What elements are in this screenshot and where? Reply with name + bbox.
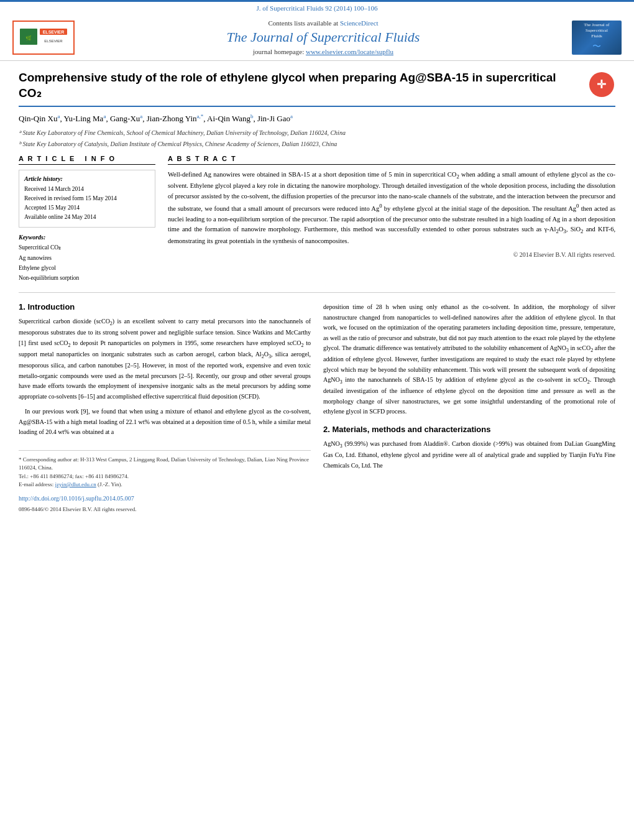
available-date: Available online 24 May 2014 (24, 213, 150, 222)
journal-header: 🌿 ELSEVIER ELSEVIER Contents lists avail… (0, 14, 634, 61)
keywords-list: Supercritical CO₂ Ag nanowires Ethylene … (19, 242, 155, 283)
keywords-section: Keywords: Supercritical CO₂ Ag nanowires… (19, 234, 155, 283)
affiliation-b: ᵇ State Key Laboratory of Catalysis, Dal… (19, 139, 615, 149)
body-columns: 1. Introduction Supercritical carbon dio… (19, 302, 615, 512)
doi-section: http://dx.doi.org/10.1016/j.supflu.2014.… (19, 493, 311, 503)
email-link[interactable]: jzyin@dlut.edu.cn (55, 481, 96, 487)
journal-logo-text: The Journal ofSupercriticalFluids 〜 (582, 20, 612, 54)
journal-logo-image: The Journal ofSupercriticalFluids 〜 (572, 21, 622, 55)
journal-homepage: journal homepage: www.elsevier.com/locat… (87, 48, 559, 55)
elsevier-logo-text: 🌿 ELSEVIER ELSEVIER (19, 27, 68, 48)
svg-text:ELSEVIER: ELSEVIER (43, 30, 65, 34)
keyword-3: Ethylene glycol (19, 263, 155, 273)
keyword-4: Non-equilibrium sorption (19, 273, 155, 283)
section1-body-1: Supercritical carbon dioxide (scCO2) is … (19, 316, 311, 402)
article-body: Comprehensive study of the role of ethyl… (0, 61, 634, 522)
abstract-text: Well-defined Ag nanowires were obtained … (168, 170, 615, 247)
homepage-url[interactable]: www.elsevier.com/locate/supflu (306, 48, 393, 55)
section-divider (19, 292, 615, 293)
article-history-label: Article history: (24, 175, 150, 182)
body-right-col: deposition time of 28 h when using only … (323, 302, 615, 512)
svg-text:ELSEVIER: ELSEVIER (44, 39, 63, 43)
article-info-header: A R T I C L E I N F O (19, 155, 155, 165)
section2-block: 2. Materials, methods and characterizati… (323, 425, 615, 471)
sciencedirect-link[interactable]: ScienceDirect (340, 19, 379, 27)
acted-word: acted (594, 205, 608, 212)
affiliations: ᵃ State Key Laboratory of Fine Chemicals… (19, 128, 615, 149)
journal-title-area: Contents lists available at ScienceDirec… (87, 19, 559, 55)
elsevier-logo: 🌿 ELSEVIER ELSEVIER (12, 21, 75, 55)
contents-line: Contents lists available at ScienceDirec… (87, 19, 559, 27)
doi-link[interactable]: http://dx.doi.org/10.1016/j.supflu.2014.… (19, 495, 134, 502)
journal-reference-bar: J. of Supercritical Fluids 92 (2014) 100… (0, 0, 634, 14)
abstract-col: A B S T R A C T Well-defined Ag nanowire… (168, 155, 615, 283)
section1-title: 1. Introduction (19, 302, 311, 312)
received-date: Received 14 March 2014 (24, 185, 150, 194)
keyword-1: Supercritical CO₂ (19, 242, 155, 252)
article-title-section: Comprehensive study of the role of ethyl… (19, 70, 615, 107)
footnote-corresponding: * Corresponding author at: H-313 West Ca… (19, 456, 311, 473)
accepted-date: Accepted 15 May 2014 (24, 203, 150, 213)
crossmark-badge-container: ✛ (587, 70, 615, 98)
authors-line: Qin-Qin Xua, Yu-Ling Maa, Gang-Xua, Jian… (19, 113, 615, 124)
journal-title: The Journal of Supercritical Fluids (87, 29, 559, 45)
journal-reference: J. of Supercritical Fluids 92 (2014) 100… (256, 4, 377, 12)
keyword-2: Ag nanowires (19, 253, 155, 263)
body-left-col: 1. Introduction Supercritical carbon dio… (19, 302, 311, 512)
svg-text:🌿: 🌿 (25, 35, 32, 41)
article-page: J. of Supercritical Fluids 92 (2014) 100… (0, 0, 634, 840)
crossmark-icon: ✛ (589, 72, 614, 97)
article-title: Comprehensive study of the role of ethyl… (19, 70, 578, 101)
article-info-abstract: A R T I C L E I N F O Article history: R… (19, 155, 615, 283)
keywords-label: Keywords: (19, 234, 155, 241)
section1-col2-text: deposition time of 28 h when using only … (323, 302, 615, 417)
affiliation-a: ᵃ State Key Laboratory of Fine Chemicals… (19, 128, 615, 137)
abstract-header: A B S T R A C T (168, 155, 615, 165)
article-history-box: Article history: Received 14 March 2014 … (19, 170, 155, 228)
issn-line: 0896-8446/© 2014 Elsevier B.V. All right… (19, 506, 311, 512)
footnotes-section: * Corresponding author at: H-313 West Ca… (19, 450, 311, 489)
article-info-col: A R T I C L E I N F O Article history: R… (19, 155, 155, 283)
section2-title: 2. Materials, methods and characterizati… (323, 425, 615, 434)
received-revised-date: Received in revised form 15 May 2014 (24, 194, 150, 203)
copyright-line: © 2014 Elsevier B.V. All rights reserved… (168, 251, 615, 258)
section1-body-2: In our previous work [9], we found that … (19, 407, 311, 438)
footnote-tel: Tel.: +86 411 84986274; fax: +86 411 849… (19, 473, 311, 481)
section2-text: AgNO3 (99.99%) was purchased from Aladdi… (323, 439, 615, 471)
footnote-email: E-mail address: jzyin@dlut.edu.cn (J.-Z.… (19, 481, 311, 489)
article-history-content: Received 14 March 2014 Received in revis… (24, 185, 150, 223)
